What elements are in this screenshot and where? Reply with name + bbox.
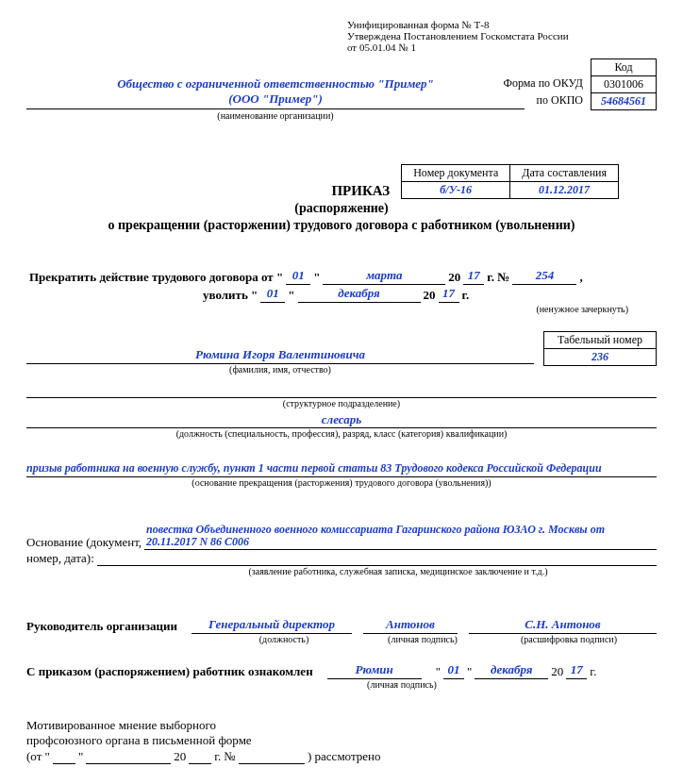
fio-sub: (фамилия, имя, отчество) (26, 364, 534, 375)
tabel-value: 236 (543, 349, 656, 366)
title-prikaz: ПРИКАЗ (331, 183, 390, 198)
job-sub: (должность (специальность, профессия), р… (26, 428, 657, 439)
title-row: ПРИКАЗ Номер документа Дата составления … (26, 164, 657, 199)
dept-value (26, 382, 657, 398)
terminate-lead: Прекратить действие трудового договора о… (26, 270, 286, 285)
ack-q1: " (433, 664, 443, 679)
codes-table: Код 0301006 54684561 (591, 58, 657, 110)
terminate-ysuffix1: г. № (484, 270, 512, 285)
terminate-day1: 01 (286, 269, 310, 285)
union-l3d: г. № (211, 749, 239, 764)
terminate-y1: 17 (463, 269, 484, 285)
docnum-value: б/У-16 (402, 182, 510, 199)
basis-line2 (97, 550, 657, 566)
union-l3b: " (75, 749, 86, 764)
union-month (86, 748, 171, 764)
basis-text: повестка Объединенного военного комиссар… (144, 524, 657, 549)
terminate-yprefix1: 20 (445, 270, 463, 285)
kod-header: Код (591, 59, 657, 76)
terminate-q2: " (285, 288, 297, 303)
fio-value: Рюмина Игоря Валентиновича (26, 348, 534, 364)
ack-sign-sub: (личная подпись) (355, 679, 449, 690)
terminate-month2: декабря (298, 287, 421, 303)
tabel-table: Табельный номер 236 (543, 331, 657, 366)
okud-value: 0301006 (591, 76, 657, 93)
docdate-value: 01.12.2017 (510, 182, 619, 199)
basis-lead2: номер, дата): (26, 551, 97, 566)
form-line: от 05.01.04 № 1 (347, 42, 657, 53)
terminate-yprefix2: 20 (421, 288, 439, 303)
ack-year: 17 (566, 663, 587, 679)
form-line: Утверждена Постановлением Госкомстата Ро… (347, 30, 657, 42)
ack-sub-row: (личная подпись) (26, 679, 657, 690)
dept-sub: (структурное подразделение) (26, 398, 657, 409)
title-left: ПРИКАЗ (26, 183, 401, 199)
reason-text: призыв работника на военную службу, пунк… (26, 461, 657, 477)
union-l3: (от " " 20 г. № ) рассмотрено (26, 748, 657, 764)
terminate-month1: марта (323, 269, 445, 285)
terminate-line-2: уволить " 01 " декабря 20 17 г. (26, 287, 657, 303)
head-label: Руководитель организации (26, 619, 180, 634)
ack-lead: С приказом (распоряжением) работник озна… (26, 664, 316, 679)
okpo-value: 54684561 (591, 93, 657, 110)
head-name-sub: (расшифровка подписи) (481, 634, 657, 644)
union-day (53, 748, 75, 764)
job-value: слесарь (26, 412, 657, 428)
union-l3c: 20 (171, 749, 189, 764)
docdate-header: Дата составления (510, 165, 619, 182)
head-sign: Антонов (363, 618, 458, 634)
head-sign-sub: (личная подпись) (375, 634, 470, 644)
basis-row1: Основание (документ, повестка Объединенн… (26, 524, 657, 549)
terminate-note: (ненужное зачеркнуть) (26, 304, 657, 314)
head-job-sub: (должность) (204, 634, 364, 644)
union-year (189, 748, 211, 764)
basis-row2: номер, дата): (26, 550, 657, 566)
basis-lead1: Основание (документ, (26, 535, 144, 550)
org-sublabel: (наименование организации) (26, 110, 525, 121)
terminate-y2: 17 (439, 287, 459, 303)
head-sign-subs: (должность) (личная подпись) (расшифровк… (26, 634, 657, 644)
union-num (239, 748, 305, 764)
ack-day: 01 (443, 663, 464, 679)
union-l3a: (от " (26, 749, 53, 764)
head-job: Генеральный директор (192, 618, 352, 634)
terminate-q1: " (310, 270, 323, 285)
reason-sub: (основание прекращения (расторжения) тру… (26, 477, 657, 488)
terminate-line-1: Прекратить действие трудового договора о… (26, 269, 657, 285)
form-line: Унифицированная форма № Т-8 (347, 19, 657, 30)
union-block: Мотивированное мнение выборного профсоюз… (26, 718, 657, 764)
ack-month: декабря (475, 663, 548, 679)
union-l3e: ) рассмотрено (305, 749, 384, 764)
union-l1: Мотивированное мнение выборного (26, 718, 657, 733)
ack-yprefix: 20 (548, 664, 566, 679)
org-name: Общество с ограниченной ответственностью… (26, 76, 525, 109)
terminate-lead2: уволить " (200, 288, 260, 303)
ack-q2: " (464, 664, 475, 679)
title-long: о прекращении (расторжении) трудового до… (26, 218, 657, 233)
terminate-tail: , (576, 270, 585, 285)
ack-sign: Рюмин (327, 663, 422, 679)
head-sign-row: Руководитель организации Генеральный дир… (26, 618, 657, 634)
doc-meta-table: Номер документа Дата составления б/У-16 … (401, 164, 619, 199)
tabel-label: Табельный номер (543, 332, 656, 349)
union-l2: профсоюзного органа в письменной форме (26, 733, 657, 748)
ack-ysuffix: г. (587, 664, 596, 679)
basis-sub: (заявление работника, служебная записка,… (140, 566, 657, 576)
title-sub: (распоряжение) (26, 201, 657, 216)
terminate-num: 254 (512, 269, 576, 285)
ack-row: С приказом (распоряжением) работник озна… (26, 663, 657, 679)
docnum-header: Номер документа (402, 165, 510, 182)
terminate-ysuffix2: г. (459, 288, 473, 303)
form-reference: Унифицированная форма № Т-8 Утверждена П… (347, 19, 657, 53)
terminate-day2: 01 (260, 287, 285, 303)
head-name: С.Н. Антонов (469, 618, 657, 634)
